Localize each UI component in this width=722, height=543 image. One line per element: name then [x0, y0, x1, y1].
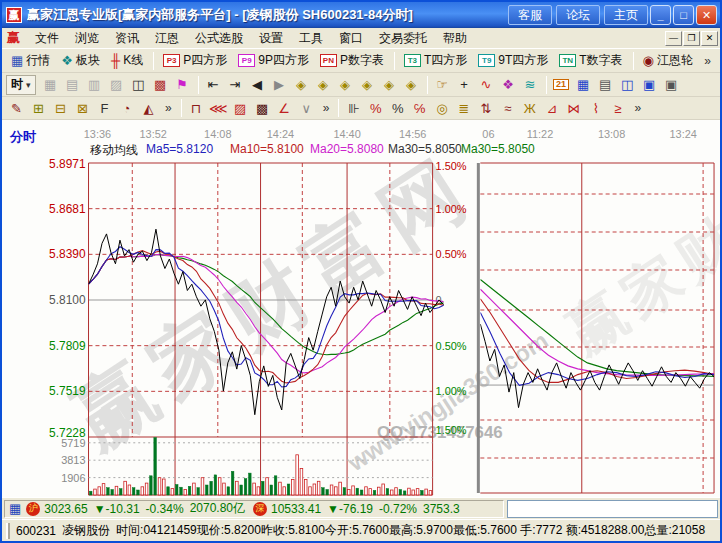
- window-icon[interactable]: ▦: [40, 75, 61, 94]
- quote-grid-icon[interactable]: ▦: [9, 501, 21, 516]
- zoom-all-icon[interactable]: ◈: [401, 75, 422, 94]
- menu-item-5[interactable]: 设置: [251, 28, 291, 49]
- zoom-left-icon[interactable]: ◈: [291, 75, 312, 94]
- sh-index-change: ▼-10.31: [94, 502, 140, 516]
- app-logo-icon: 赢: [6, 7, 22, 23]
- memo-icon[interactable]: ▤: [595, 75, 616, 94]
- spiral-icon[interactable]: ◔: [116, 99, 137, 118]
- quick-button-1[interactable]: 论坛: [556, 5, 600, 25]
- trend-icon[interactable]: ≥: [607, 99, 628, 118]
- price-chart[interactable]: 赢家财富网赢家财富网www.yingjia360.comQQ:173145764…: [2, 120, 720, 497]
- brush-icon[interactable]: ✎: [6, 99, 27, 118]
- menu-item-7[interactable]: 窗口: [331, 28, 371, 49]
- j-line-icon[interactable]: ⊿: [541, 99, 562, 118]
- toolbar-item-sectors[interactable]: ❖板块: [56, 51, 105, 71]
- toolbar-separator: [338, 99, 339, 117]
- gold-ring-icon[interactable]: ◎: [431, 99, 452, 118]
- fibo-icon[interactable]: F: [94, 99, 115, 118]
- child-restore-button[interactable]: ❐: [683, 31, 700, 46]
- menu-item-1[interactable]: 浏览: [67, 28, 107, 49]
- pct-line-icon[interactable]: ℅: [409, 99, 430, 118]
- menu-item-3[interactable]: 江恩: [147, 28, 187, 49]
- minichart9-icon[interactable]: ▨: [106, 75, 127, 94]
- toolbar-item-9t-square[interactable]: T99T四方形: [473, 51, 553, 71]
- toolbar-item-p-number[interactable]: PNP数字表: [315, 51, 389, 71]
- pct-chart-icon[interactable]: %: [365, 99, 386, 118]
- pattern-icon[interactable]: ▩: [150, 75, 171, 94]
- menu-item-0[interactable]: 文件: [27, 28, 67, 49]
- crosshair-icon[interactable]: +: [454, 75, 475, 94]
- gann-flower-icon[interactable]: ❖: [498, 75, 519, 94]
- gold-grid-icon[interactable]: ⊟: [50, 99, 71, 118]
- vee-icon[interactable]: ∨: [296, 99, 317, 118]
- info-bar-grip[interactable]: [6, 523, 10, 539]
- zoom-out-icon[interactable]: ◈: [357, 75, 378, 94]
- menu-item-6[interactable]: 工具: [291, 28, 331, 49]
- menu-item-8[interactable]: 交易委托: [371, 28, 435, 49]
- minimize-button[interactable]: _: [650, 5, 671, 25]
- menu-item-4[interactable]: 公式选股: [187, 28, 251, 49]
- toolbar-item-kline[interactable]: ╫K线: [106, 51, 148, 71]
- nav-next-icon[interactable]: ▶: [269, 75, 290, 94]
- nav-last-icon[interactable]: ⇥: [225, 75, 246, 94]
- toolbar-item-t-number[interactable]: TNT数字表: [554, 51, 627, 71]
- zoom-right-icon[interactable]: ◈: [313, 75, 334, 94]
- drawing-overflow-chevron-1[interactable]: »: [323, 101, 330, 115]
- notes-icon[interactable]: ▤: [62, 75, 83, 94]
- close-button[interactable]: ✕: [696, 5, 717, 25]
- resist-icon[interactable]: ⌇: [585, 99, 606, 118]
- toolbar-item-p-square[interactable]: P3P四方形: [158, 51, 232, 71]
- angle-icon[interactable]: ∠: [274, 99, 295, 118]
- calculator-icon[interactable]: ▦: [573, 75, 594, 94]
- legend-ma10: Ma10=5.8100: [230, 142, 304, 156]
- wave-icon[interactable]: ∿: [476, 75, 497, 94]
- box-tool-icon[interactable]: ⊓: [186, 99, 207, 118]
- chart-area[interactable]: 分时 移动均线 Ma5=5.8120 Ma10=5.8100 Ma20=5.80…: [2, 120, 720, 497]
- titlebar[interactable]: 赢 赢家江恩专业版[赢家内部服务平台] - [凌钢股份 SH600231-84分…: [2, 2, 720, 28]
- network-icon[interactable]: ▣: [661, 75, 682, 94]
- toolbar-item-t-square[interactable]: T3T四方形: [399, 51, 472, 71]
- command-input[interactable]: [507, 500, 718, 518]
- hand-icon[interactable]: ☞: [432, 75, 453, 94]
- gann-grid-icon[interactable]: ⊞: [28, 99, 49, 118]
- period-selector-button[interactable]: 时▾: [6, 75, 36, 95]
- pc-icon[interactable]: ▣: [639, 75, 660, 94]
- nav-prev-icon[interactable]: ◀: [247, 75, 268, 94]
- toolbar-item-quotes[interactable]: ▦行情: [6, 51, 55, 71]
- menu-item-9[interactable]: 帮助: [435, 28, 475, 49]
- toolbar-overflow-chevron[interactable]: »: [704, 54, 711, 68]
- f-line-icon[interactable]: ⋈: [563, 99, 584, 118]
- child-minimize-button[interactable]: —: [665, 31, 682, 46]
- child-close-button[interactable]: ✕: [701, 31, 718, 46]
- candle-style-icon[interactable]: ◫: [128, 75, 149, 94]
- ruler-icon[interactable]: ⊪: [343, 99, 364, 118]
- band-icon[interactable]: ≈: [497, 99, 518, 118]
- price-grid-icon[interactable]: ⊠: [72, 99, 93, 118]
- quick-button-2[interactable]: 主页: [604, 5, 648, 25]
- percent-icon[interactable]: %: [387, 99, 408, 118]
- quick-button-0[interactable]: 客服: [508, 5, 552, 25]
- toolbar-item-9p-square[interactable]: P99P四方形: [233, 51, 314, 71]
- fan-icon[interactable]: ⋘: [208, 99, 229, 118]
- toolbar-item-gann-wheel[interactable]: ◉江恩轮: [638, 51, 698, 71]
- ray-box-icon[interactable]: ▨: [230, 99, 251, 118]
- drawing-overflow-chevron-0[interactable]: »: [165, 101, 172, 115]
- calendar-icon[interactable]: 21: [551, 75, 572, 94]
- maximize-button[interactable]: □: [673, 5, 694, 25]
- gann-net-icon[interactable]: ≋: [520, 75, 541, 94]
- shade-box-icon[interactable]: ▩: [252, 99, 273, 118]
- save-icon[interactable]: ◫: [617, 75, 638, 94]
- angle-grid-icon[interactable]: ◭: [138, 99, 159, 118]
- gold-line-icon[interactable]: ≣: [453, 99, 474, 118]
- drawing-overflow-chevron-2[interactable]: »: [634, 101, 641, 115]
- status-bar: ▦ 沪 3023.65 ▼-10.31 -0.34% 2070.80亿 深 10…: [2, 497, 720, 519]
- updown-icon[interactable]: ⇅: [475, 99, 496, 118]
- legend-ma5: Ma5=5.8120: [146, 142, 213, 156]
- minichart3-icon[interactable]: ▥: [84, 75, 105, 94]
- menu-item-2[interactable]: 资讯: [107, 28, 147, 49]
- nav-first-icon[interactable]: ⇤: [203, 75, 224, 94]
- flag-icon[interactable]: ⚑: [172, 75, 193, 94]
- zoom-in-icon[interactable]: ◈: [335, 75, 356, 94]
- gold-x-icon[interactable]: Ж: [519, 99, 540, 118]
- zoom-vert-icon[interactable]: ◈: [379, 75, 400, 94]
